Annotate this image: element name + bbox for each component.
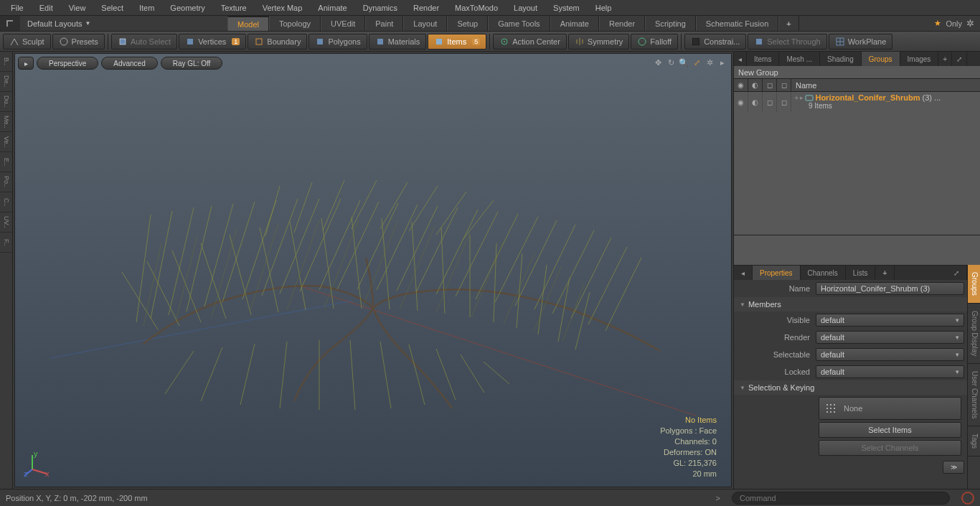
rtab-expand-icon[interactable]: ⤢: [952, 52, 967, 66]
new-group-header[interactable]: New Group: [734, 66, 980, 79]
menu-vertexmap[interactable]: Vertex Map: [255, 0, 311, 15]
prop-render-dropdown[interactable]: default: [816, 331, 964, 344]
sidetab-tags[interactable]: Tags: [968, 426, 980, 456]
tab-render[interactable]: Render: [599, 16, 645, 31]
menu-geometry[interactable]: Geometry: [162, 0, 212, 15]
boundary-button[interactable]: Boundary: [248, 34, 307, 50]
row-lock-icon[interactable]: ◻: [763, 92, 777, 112]
gear-icon[interactable]: ✲: [966, 18, 974, 29]
tab-paint[interactable]: Paint: [365, 16, 403, 31]
col-render-icon[interactable]: ◐: [748, 79, 763, 91]
ptab-channels[interactable]: Channels: [801, 266, 846, 280]
selection-mode-picker[interactable]: None: [819, 397, 961, 420]
rotate-icon[interactable]: ↻: [665, 57, 677, 68]
falloff-button[interactable]: Falloff: [631, 34, 678, 50]
rtab-images[interactable]: Images: [900, 52, 939, 66]
gutter-polygon[interactable]: Po..: [0, 172, 12, 192]
tab-setup[interactable]: Setup: [447, 16, 488, 31]
col-visibility-icon[interactable]: ◉: [734, 79, 748, 91]
menu-render[interactable]: Render: [405, 0, 447, 15]
viewport-raygl-pill[interactable]: Ray GL: Off: [161, 57, 223, 70]
tab-animate[interactable]: Animate: [550, 16, 599, 31]
only-label[interactable]: Only: [946, 19, 962, 28]
prop-name-field[interactable]: Horizontal_Conifer_Shrubm (3): [816, 282, 964, 295]
constraints-button[interactable]: Constrai...: [684, 34, 746, 50]
prop-collapse-icon[interactable]: ◂: [734, 266, 753, 280]
home-icon[interactable]: [0, 16, 20, 31]
prop-selectable-dropdown[interactable]: default: [816, 348, 964, 361]
ptab-plus[interactable]: +: [875, 266, 895, 280]
gutter-uv[interactable]: UV..: [0, 212, 12, 233]
ptab-expand-icon[interactable]: ⤢: [946, 266, 967, 280]
sidetab-groups[interactable]: Groups: [968, 265, 980, 304]
viewport-shading-pill[interactable]: Advanced: [101, 57, 157, 70]
polygons-button[interactable]: Polygons: [308, 34, 367, 50]
menu-select[interactable]: Select: [93, 0, 131, 15]
tab-gametools[interactable]: Game Tools: [488, 16, 550, 31]
ptab-properties[interactable]: Properties: [753, 266, 801, 280]
menu-maxtomodo[interactable]: MaxToModo: [447, 0, 506, 15]
row-add-icon[interactable]: +: [794, 93, 798, 102]
selectthrough-button[interactable]: Select Through: [748, 34, 826, 50]
viewport-menu-icon[interactable]: ▸: [18, 57, 34, 70]
autoselect-button[interactable]: Auto Select: [111, 34, 177, 50]
rtab-items[interactable]: Items: [747, 52, 779, 66]
items-button[interactable]: Items: [428, 34, 486, 50]
list-item[interactable]: ◉ ◐ ◻ ◻ + ▸ Horizontal_Conifer_Shrubm (3…: [734, 92, 980, 112]
tab-uvedit[interactable]: UVEdit: [321, 16, 365, 31]
move-icon[interactable]: ✥: [652, 57, 664, 68]
symmetry-button[interactable]: Symmetry: [568, 34, 630, 50]
layout-selector[interactable]: Default Layouts ▼: [20, 19, 98, 28]
rtab-shading[interactable]: Shading: [820, 52, 862, 66]
record-button[interactable]: [961, 492, 974, 505]
prop-locked-dropdown[interactable]: default: [816, 365, 964, 378]
presets-button[interactable]: Presets: [52, 34, 105, 50]
gutter-vertex[interactable]: Ve..: [0, 132, 12, 152]
menu-system[interactable]: System: [545, 0, 588, 15]
disclosure-icon[interactable]: ▸: [800, 94, 804, 101]
gutter-f[interactable]: F..: [0, 233, 12, 253]
rtab-groups[interactable]: Groups: [862, 52, 900, 66]
gutter-curve[interactable]: C..: [0, 192, 12, 212]
tab-topology[interactable]: Topology: [269, 16, 321, 31]
workplane-button[interactable]: WorkPlane: [829, 34, 893, 50]
menu-animate[interactable]: Animate: [310, 0, 354, 15]
actioncenter-button[interactable]: Action Center: [493, 34, 567, 50]
gutter-duplicate[interactable]: Du..: [0, 92, 12, 112]
menu-arrow-icon[interactable]: ▸: [717, 57, 728, 68]
col-name-label[interactable]: Name: [791, 81, 980, 90]
menu-help[interactable]: Help: [588, 0, 620, 15]
row-sel-icon[interactable]: ◻: [777, 92, 791, 112]
prop-visible-dropdown[interactable]: default: [816, 314, 964, 327]
more-arrows-button[interactable]: ≫: [943, 461, 964, 474]
menu-file[interactable]: File: [3, 0, 32, 15]
rtab-plus[interactable]: +: [938, 52, 952, 66]
gutter-basic[interactable]: B..: [0, 52, 12, 72]
zoom-icon[interactable]: 🔍: [678, 57, 689, 68]
viewport-3d[interactable]: ▸ Perspective Advanced Ray GL: Off ✥ ↻ 🔍…: [14, 53, 732, 487]
command-input[interactable]: Command: [732, 492, 950, 505]
gutter-mesh[interactable]: Me..: [0, 112, 12, 132]
rtab-mesh[interactable]: Mesh ...: [779, 52, 820, 66]
row-vis-icon[interactable]: ◉: [734, 92, 748, 112]
sidetab-groupdisplay[interactable]: Group Display: [968, 304, 980, 364]
menu-edit[interactable]: Edit: [32, 0, 61, 15]
viewport-camera-pill[interactable]: Perspective: [37, 57, 98, 70]
sidetab-userchannels[interactable]: User Channels: [968, 364, 980, 426]
section-selkey[interactable]: Selection & Keying: [734, 380, 967, 395]
tab-schematic[interactable]: Schematic Fusion: [696, 16, 778, 31]
axis-gizmo[interactable]: y x z: [24, 449, 52, 478]
tab-model[interactable]: Model: [227, 16, 269, 31]
gutter-deform[interactable]: De..: [0, 72, 12, 92]
maximize-icon[interactable]: ⤢: [691, 57, 702, 68]
panel-collapse-icon[interactable]: ◂: [734, 52, 747, 66]
menu-item[interactable]: Item: [131, 0, 162, 15]
tab-layout[interactable]: Layout: [403, 16, 447, 31]
select-items-button[interactable]: Select Items: [819, 422, 961, 438]
tab-add[interactable]: +: [778, 16, 798, 31]
col-lock-icon[interactable]: ◻: [763, 79, 777, 91]
select-channels-button[interactable]: Select Channels: [819, 440, 961, 456]
settings-icon[interactable]: ✲: [704, 57, 715, 68]
menu-view[interactable]: View: [61, 0, 94, 15]
col-select-icon[interactable]: ◻: [777, 79, 791, 91]
